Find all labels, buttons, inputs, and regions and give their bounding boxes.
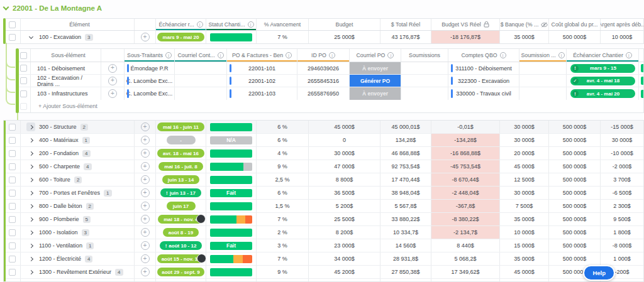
cout-global-cell[interactable]: 500 000$ — [549, 147, 601, 160]
sous-traitant-cell[interactable]: C. Lacombe Exc... — [125, 75, 175, 87]
sous-traitant-cell[interactable]: Émondage P.R — [125, 62, 175, 74]
courriel-contact-cell[interactable] — [175, 62, 227, 74]
avancement-cell[interactable]: 2 % — [257, 226, 309, 239]
avancement-cell[interactable]: 2,5 % — [257, 173, 309, 186]
status-progress-bar[interactable] — [210, 202, 252, 210]
add-update-icon[interactable] — [108, 64, 117, 73]
po-action-button[interactable]: Générer PO — [350, 75, 401, 87]
schedule-pill[interactable]: mai 16 - juil. 8 — [158, 162, 203, 171]
row-checkbox[interactable] — [9, 163, 16, 170]
argent-apres-cell[interactable]: -10 000$ — [601, 147, 643, 160]
table-row[interactable]: 100 - Excavation 3 mars 9 - mai 20 7 % 2… — [4, 31, 643, 43]
add-update-icon[interactable] — [141, 215, 150, 224]
po-action-button[interactable]: À envoyer — [350, 87, 401, 100]
table-row[interactable]: 600 - Toiture 2 juin 13 - 14 2,5 % 8 800… — [4, 173, 643, 187]
collapse-chevron-icon[interactable] — [3, 4, 9, 11]
echeancier-chantier-cell[interactable]: ✓avr. 4 - mai 18 — [567, 75, 639, 87]
budget-cell[interactable]: 34 000$ — [309, 252, 380, 265]
table-row[interactable]: 1300 - Revêtement Extérieur 4 août 29 - … — [4, 266, 643, 279]
status-progress-bar[interactable] — [210, 149, 252, 158]
add-update-icon[interactable] — [141, 228, 150, 237]
budget-cell[interactable]: 45 200$ — [309, 266, 380, 278]
add-update-icon[interactable] — [141, 241, 150, 250]
cout-global-cell[interactable]: 500 000$ — [549, 31, 601, 43]
row-checkbox[interactable] — [20, 65, 27, 72]
cout-global-cell[interactable]: 500 000$ — [549, 160, 601, 173]
row-checkbox[interactable] — [9, 124, 16, 131]
argent-apres-cell[interactable]: 9 500$ — [601, 213, 643, 225]
courriel-po-cell[interactable]: À envoyer — [350, 62, 401, 74]
budget-vs-reel-cell[interactable]: -367,8$ — [431, 200, 500, 212]
banque-cell[interactable]: 30 000$ — [500, 134, 549, 146]
avancement-cell[interactable]: 6 % — [257, 187, 309, 199]
expand-toggle[interactable] — [26, 175, 35, 184]
argent-apres-cell[interactable]: 10 000$ — [601, 31, 643, 43]
add-update-icon[interactable] — [141, 33, 150, 41]
add-update-icon[interactable] — [141, 254, 150, 263]
chantier-schedule-pill[interactable]: ✓avr. 4 - mai 18 — [570, 77, 635, 85]
argent-apres-cell[interactable]: 1 800$ — [601, 226, 643, 239]
cout-global-cell[interactable]: 500 000$ — [549, 200, 601, 212]
soumission2-cell[interactable] — [519, 87, 567, 100]
banque-cell[interactable]: 30 000$ — [500, 121, 549, 133]
cout-global-cell[interactable]: 500 000$ — [549, 121, 601, 133]
row-checkbox[interactable] — [9, 150, 16, 157]
row-checkbox[interactable] — [9, 216, 16, 223]
expand-toggle[interactable] — [26, 228, 35, 237]
table-row[interactable]: 900 - Plomberie 5 mai 18 - nov. 4 7 % 25… — [4, 213, 643, 226]
avancement-cell[interactable]: 1,5 % — [257, 200, 309, 212]
info-icon[interactable] — [329, 52, 335, 58]
expand-toggle[interactable] — [26, 268, 35, 276]
budget-vs-reel-cell[interactable]: 8 440$ — [431, 239, 500, 252]
add-update-icon[interactable] — [108, 77, 117, 85]
cout-global-cell[interactable]: 500 000$ — [549, 134, 601, 146]
po-factures-cell[interactable]: 22001-103 — [227, 87, 297, 100]
budget-vs-reel-cell[interactable]: -8 670,44$ — [431, 173, 500, 186]
total-reel-cell[interactable]: 27 850,38$ — [380, 266, 431, 278]
status-progress-bar[interactable] — [210, 176, 252, 184]
banque-cell[interactable]: 45 000$ — [500, 266, 549, 278]
argent-apres-cell[interactable]: -6 500$ — [601, 187, 643, 199]
schedule-pill[interactable]: avr. 18 - mai 16 — [157, 149, 204, 158]
budget-cell[interactable]: 36 500$ — [309, 187, 380, 199]
courriel-contact-cell[interactable] — [175, 87, 227, 100]
budget-cell[interactable]: 0 — [309, 134, 380, 146]
status-progress-bar[interactable] — [210, 268, 252, 276]
table-row[interactable] — [4, 279, 643, 282]
banque-cell[interactable]: 30 000$ — [500, 187, 549, 199]
status-progress-bar[interactable] — [210, 123, 252, 131]
add-update-icon[interactable] — [141, 162, 150, 171]
avancement-cell[interactable]: 4 % — [257, 147, 309, 160]
budget-vs-reel-cell[interactable]: -134,28$ — [431, 134, 500, 146]
avancement-cell[interactable]: 7 % — [257, 213, 309, 225]
expand-toggle[interactable] — [26, 162, 35, 171]
schedule-pill[interactable]: !août 10 - 12 — [160, 241, 203, 250]
row-checkbox[interactable] — [9, 137, 16, 144]
add-update-icon[interactable] — [141, 202, 150, 210]
echeancier-chantier-cell[interactable]: !mars 9 - 15 — [567, 62, 639, 74]
po-factures-cell[interactable]: 22001-101 — [227, 62, 297, 74]
courriel-po-cell[interactable]: À envoyer — [350, 87, 401, 100]
argent-apres-cell[interactable]: 2 300$ — [601, 200, 643, 212]
info-icon[interactable] — [286, 52, 292, 58]
argent-apres-cell[interactable]: 1 000$ — [601, 252, 643, 265]
argent-apres-cell[interactable]: -2 000$ — [601, 160, 643, 173]
chantier-schedule-pill[interactable]: !mars 9 - 15 — [570, 64, 635, 73]
total-reel-cell[interactable]: 5 567,8$ — [380, 200, 431, 212]
echeancier-chantier-cell[interactable]: !avr. 4 - mai 20 — [567, 87, 639, 100]
expand-toggle[interactable] — [26, 254, 35, 263]
total-reel-cell[interactable]: 33 880,22$ — [380, 213, 431, 225]
total-reel-cell[interactable]: 10 334,7$ — [380, 226, 431, 239]
sub-table-row[interactable]: 103 - Infrastructures C. Lacombe Exc... … — [16, 87, 643, 100]
info-icon[interactable] — [387, 52, 394, 58]
avancement-cell[interactable]: 3 % — [257, 239, 309, 252]
banque-cell[interactable]: 12 500$ — [500, 173, 549, 186]
table-row[interactable]: 1200 - Électricité 4 août 15 - nov. 11 7… — [4, 252, 643, 266]
cout-global-cell[interactable]: 500 000$ — [549, 252, 601, 265]
row-checkbox[interactable] — [9, 190, 16, 197]
budget-vs-reel-cell[interactable]: -45 753,54$ — [431, 160, 500, 173]
row-checkbox[interactable] — [20, 90, 27, 97]
budget-cell[interactable]: 8 800$ — [309, 173, 380, 186]
add-update-icon[interactable] — [108, 89, 117, 98]
row-checkbox[interactable] — [9, 34, 16, 41]
